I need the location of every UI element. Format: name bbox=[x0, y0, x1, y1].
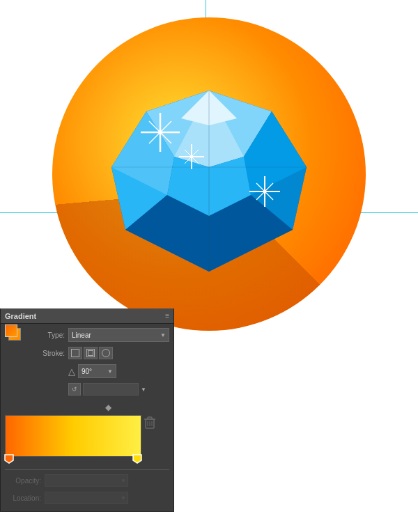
angle-dropdown-arrow: ▼ bbox=[107, 368, 113, 375]
gem-container bbox=[91, 56, 327, 279]
stroke-btn-2[interactable] bbox=[84, 347, 98, 359]
angle-input[interactable]: 90° ▼ bbox=[78, 364, 116, 378]
gradient-panel: Gradient ≡ Type: Linear ▼ Stroke: bbox=[0, 308, 174, 512]
stop-left[interactable] bbox=[4, 454, 14, 467]
center-diamond: ◆ bbox=[105, 400, 111, 413]
opacity-row: Opacity: ▼ bbox=[5, 473, 169, 488]
color-swatch-front[interactable] bbox=[5, 324, 17, 337]
opacity-dropdown-arrow: ▼ bbox=[121, 478, 127, 484]
color-stop-arrow: ▼ bbox=[141, 386, 146, 393]
type-value: Linear bbox=[72, 331, 159, 339]
canvas-area: Gradient ≡ Type: Linear ▼ Stroke: bbox=[0, 0, 418, 532]
color-stop-bar bbox=[83, 383, 139, 396]
stop-right[interactable] bbox=[132, 454, 142, 467]
type-dropdown[interactable]: Linear ▼ bbox=[68, 328, 169, 342]
diamond-icon: ◆ bbox=[105, 402, 111, 412]
reverse-row: ↺ ▼ bbox=[5, 382, 169, 397]
svg-rect-30 bbox=[148, 417, 152, 419]
angle-value: 90° bbox=[82, 368, 107, 375]
svg-marker-26 bbox=[5, 455, 13, 463]
panel-menu-icon[interactable]: ≡ bbox=[165, 312, 169, 320]
opacity-location-section: Opacity: ▼ Location: ▼ bbox=[5, 469, 169, 506]
trash-button[interactable] bbox=[144, 416, 155, 432]
reverse-btn[interactable]: ↺ bbox=[68, 383, 81, 396]
stroke-row: Stroke: bbox=[5, 345, 169, 361]
gradient-bar[interactable] bbox=[5, 415, 141, 457]
opacity-label: Opacity: bbox=[5, 477, 41, 485]
type-row: Type: Linear ▼ bbox=[5, 327, 169, 343]
gradient-bar-area bbox=[5, 415, 141, 467]
angle-icon: △ bbox=[68, 366, 75, 377]
type-dropdown-arrow: ▼ bbox=[160, 332, 166, 338]
location-control[interactable]: ▼ bbox=[45, 492, 128, 504]
angle-row: △ 90° ▼ bbox=[5, 363, 169, 379]
type-label: Type: bbox=[29, 331, 65, 339]
location-label: Location: bbox=[5, 494, 41, 502]
location-row: Location: ▼ bbox=[5, 490, 169, 506]
stroke-btn-3[interactable] bbox=[99, 347, 113, 359]
svg-point-17 bbox=[158, 130, 162, 134]
panel-header[interactable]: Gradient ≡ bbox=[1, 308, 173, 324]
opacity-control[interactable]: ▼ bbox=[45, 474, 128, 487]
gradient-bar-wrapper bbox=[5, 415, 169, 467]
location-dropdown-arrow: ▼ bbox=[121, 495, 127, 501]
panel-title: Gradient bbox=[5, 312, 162, 320]
stroke-label: Stroke: bbox=[29, 350, 65, 357]
stroke-btn-1[interactable] bbox=[68, 347, 82, 359]
diamond-handle-row: ◆ bbox=[5, 400, 169, 415]
svg-marker-27 bbox=[133, 455, 141, 463]
panel-body: Type: Linear ▼ Stroke: bbox=[1, 324, 173, 511]
color-stops-row bbox=[5, 457, 141, 467]
gem-svg bbox=[91, 56, 327, 279]
stroke-icons bbox=[68, 347, 113, 359]
